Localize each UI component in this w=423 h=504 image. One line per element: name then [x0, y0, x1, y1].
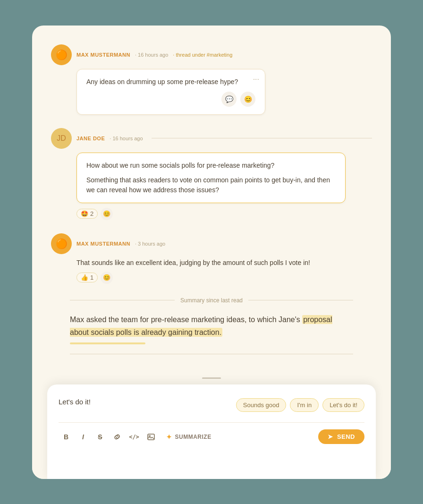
link-icon — [113, 433, 121, 441]
summary-divider: Summary since last read — [70, 297, 353, 304]
reaction-count-2: 2 — [90, 210, 93, 217]
main-card: 🟠 MAX MUSTERMANN · 16 hours ago · thread… — [32, 26, 391, 479]
summarize-icon: ✦ — [166, 433, 172, 441]
sender-time-2: · 16 hours ago — [110, 136, 143, 141]
image-icon — [147, 434, 155, 440]
link-button[interactable] — [110, 429, 125, 444]
summary-label: Summary since last read — [180, 297, 243, 304]
message-group-1: 🟠 MAX MUSTERMANN · 16 hours ago · thread… — [51, 44, 372, 115]
summarize-button[interactable]: ✦ SUMMARIZE — [162, 431, 215, 443]
reaction-emoji-3: 👍 — [81, 274, 88, 281]
message-text-container-3: That sounds like an excellent idea, judg… — [76, 258, 372, 284]
reply-button-1[interactable]: 💬 — [221, 92, 237, 107]
message-group-2: JD JANE DOE · 16 hours ago How about we … — [51, 128, 372, 220]
message-header-3: 🟠 MAX MUSTERMANN · 3 hours ago — [51, 233, 372, 254]
compose-top-row: Let's do it! Sounds good I'm in Let's do… — [59, 396, 364, 415]
sender-name-2: JANE DOE — [76, 136, 105, 141]
italic-button[interactable]: I — [76, 429, 91, 444]
add-reaction-button-2[interactable]: 😊 — [101, 208, 113, 220]
strikethrough-button[interactable]: S — [93, 429, 108, 444]
message-header-2: JD JANE DOE · 16 hours ago — [51, 128, 372, 149]
reaction-row-3: 👍 1 😊 — [76, 272, 372, 284]
compose-input[interactable]: Let's do it! — [59, 396, 230, 415]
compose-toolbar: B I S </> ✦ — [59, 422, 364, 444]
compose-card: Let's do it! Sounds good I'm in Let's do… — [47, 384, 376, 479]
compose-wrapper: Let's do it! Sounds good I'm in Let's do… — [32, 377, 391, 479]
summary-text: Max asked the team for pre-release marke… — [70, 313, 353, 339]
image-button[interactable] — [144, 429, 159, 444]
summary-text-part1: Max asked the team for pre-release marke… — [70, 316, 302, 324]
sender-name-1: MAX MUSTERMANN — [76, 52, 130, 58]
svg-rect-0 — [148, 434, 154, 440]
scrollbar-indicator — [202, 377, 221, 379]
avatar-max-1: 🟠 — [51, 44, 72, 65]
quick-reply-sounds-good[interactable]: Sounds good — [236, 398, 287, 412]
reaction-badge-2[interactable]: 🤩 2 — [76, 209, 98, 219]
divider-line-left — [70, 300, 175, 300]
svg-point-1 — [149, 435, 151, 436]
summary-section: Summary since last read Max asked the te… — [70, 297, 353, 354]
sender-name-3: MAX MUSTERMANN — [76, 241, 130, 247]
sender-time-3: · 3 hours ago — [135, 241, 165, 247]
divider-line-right — [248, 300, 353, 300]
summary-underline — [70, 342, 145, 344]
message-text-1: Any ideas on drumming up some pre-releas… — [86, 77, 255, 87]
summarize-label: SUMMARIZE — [175, 434, 212, 440]
reaction-badge-3[interactable]: 👍 1 — [76, 273, 98, 282]
message-header-1: 🟠 MAX MUSTERMANN · 16 hours ago · thread… — [51, 44, 372, 65]
sender-time-1: · 16 hours ago — [135, 52, 168, 58]
more-options-icon-1[interactable]: ··· — [253, 75, 259, 84]
send-button[interactable]: ➤ SEND — [318, 429, 364, 444]
send-label: SEND — [337, 433, 355, 440]
message-bubble-1: ··· Any ideas on drumming up some pre-re… — [76, 69, 265, 115]
message-actions-1: 💬 😊 — [86, 92, 255, 107]
send-icon: ➤ — [328, 433, 333, 440]
message-text-2b: Something that asks readers to vote on c… — [86, 175, 336, 195]
avatar-max-3: 🟠 — [51, 233, 72, 254]
emoji-button-1[interactable]: 😊 — [240, 92, 255, 107]
reaction-emoji-2: 🤩 — [81, 210, 88, 217]
reaction-count-3: 1 — [90, 274, 93, 281]
message-text-3: That sounds like an excellent idea, judg… — [76, 258, 372, 268]
avatar-jane: JD — [51, 128, 72, 149]
bold-button[interactable]: B — [59, 429, 74, 444]
message-text-2a: How about we run some socials polls for … — [86, 161, 336, 171]
quick-reply-lets-do-it[interactable]: Let's do it! — [322, 398, 364, 412]
reaction-row-2: 🤩 2 😊 — [76, 208, 372, 220]
quick-reply-im-in[interactable]: I'm in — [290, 398, 319, 412]
message-group-3: 🟠 MAX MUSTERMANN · 3 hours ago That soun… — [51, 233, 372, 284]
quick-replies: Sounds good I'm in Let's do it! — [236, 398, 364, 412]
code-button[interactable]: </> — [127, 429, 142, 444]
add-reaction-button-3[interactable]: 😊 — [101, 272, 113, 284]
message-bubble-2: How about we run some socials polls for … — [76, 153, 346, 203]
thread-link-1[interactable]: · thread under #marketing — [173, 52, 232, 58]
summary-bottom-divider — [70, 354, 353, 354]
chat-area: 🟠 MAX MUSTERMANN · 16 hours ago · thread… — [32, 26, 391, 377]
